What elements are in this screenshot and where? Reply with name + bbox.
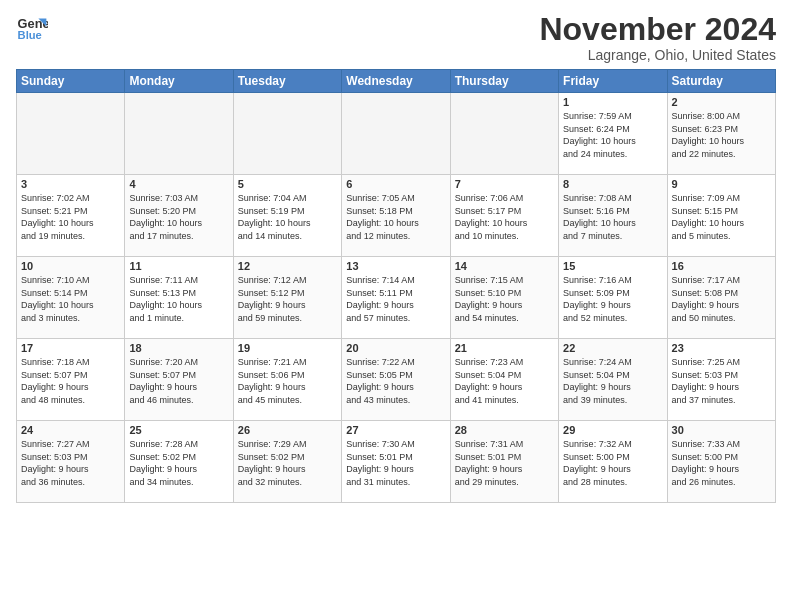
day-number-24: 24 [21, 424, 120, 436]
day-cell-2-2: 12Sunrise: 7:12 AM Sunset: 5:12 PM Dayli… [233, 257, 341, 339]
day-number-23: 23 [672, 342, 771, 354]
day-number-9: 9 [672, 178, 771, 190]
day-info-28: Sunrise: 7:31 AM Sunset: 5:01 PM Dayligh… [455, 438, 554, 488]
location: Lagrange, Ohio, United States [539, 47, 776, 63]
day-number-2: 2 [672, 96, 771, 108]
day-cell-1-6: 9Sunrise: 7:09 AM Sunset: 5:15 PM Daylig… [667, 175, 775, 257]
logo: General Blue [16, 12, 48, 44]
day-info-21: Sunrise: 7:23 AM Sunset: 5:04 PM Dayligh… [455, 356, 554, 406]
day-number-7: 7 [455, 178, 554, 190]
day-number-22: 22 [563, 342, 662, 354]
day-number-25: 25 [129, 424, 228, 436]
logo-icon: General Blue [16, 12, 48, 44]
day-info-14: Sunrise: 7:15 AM Sunset: 5:10 PM Dayligh… [455, 274, 554, 324]
day-cell-2-3: 13Sunrise: 7:14 AM Sunset: 5:11 PM Dayli… [342, 257, 450, 339]
day-number-26: 26 [238, 424, 337, 436]
header-monday: Monday [125, 70, 233, 93]
day-info-17: Sunrise: 7:18 AM Sunset: 5:07 PM Dayligh… [21, 356, 120, 406]
day-info-18: Sunrise: 7:20 AM Sunset: 5:07 PM Dayligh… [129, 356, 228, 406]
day-number-20: 20 [346, 342, 445, 354]
header-wednesday: Wednesday [342, 70, 450, 93]
day-info-29: Sunrise: 7:32 AM Sunset: 5:00 PM Dayligh… [563, 438, 662, 488]
day-cell-2-1: 11Sunrise: 7:11 AM Sunset: 5:13 PM Dayli… [125, 257, 233, 339]
day-info-9: Sunrise: 7:09 AM Sunset: 5:15 PM Dayligh… [672, 192, 771, 242]
header-saturday: Saturday [667, 70, 775, 93]
day-cell-3-1: 18Sunrise: 7:20 AM Sunset: 5:07 PM Dayli… [125, 339, 233, 421]
day-info-3: Sunrise: 7:02 AM Sunset: 5:21 PM Dayligh… [21, 192, 120, 242]
day-cell-3-0: 17Sunrise: 7:18 AM Sunset: 5:07 PM Dayli… [17, 339, 125, 421]
header-friday: Friday [559, 70, 667, 93]
day-number-12: 12 [238, 260, 337, 272]
day-info-20: Sunrise: 7:22 AM Sunset: 5:05 PM Dayligh… [346, 356, 445, 406]
week-row-5: 24Sunrise: 7:27 AM Sunset: 5:03 PM Dayli… [17, 421, 776, 503]
day-info-6: Sunrise: 7:05 AM Sunset: 5:18 PM Dayligh… [346, 192, 445, 242]
day-cell-0-0 [17, 93, 125, 175]
day-cell-4-4: 28Sunrise: 7:31 AM Sunset: 5:01 PM Dayli… [450, 421, 558, 503]
title-block: November 2024 Lagrange, Ohio, United Sta… [539, 12, 776, 63]
day-info-10: Sunrise: 7:10 AM Sunset: 5:14 PM Dayligh… [21, 274, 120, 324]
day-number-8: 8 [563, 178, 662, 190]
day-info-1: Sunrise: 7:59 AM Sunset: 6:24 PM Dayligh… [563, 110, 662, 160]
day-number-6: 6 [346, 178, 445, 190]
day-number-29: 29 [563, 424, 662, 436]
day-info-24: Sunrise: 7:27 AM Sunset: 5:03 PM Dayligh… [21, 438, 120, 488]
header-sunday: Sunday [17, 70, 125, 93]
day-info-15: Sunrise: 7:16 AM Sunset: 5:09 PM Dayligh… [563, 274, 662, 324]
day-number-11: 11 [129, 260, 228, 272]
week-row-1: 1Sunrise: 7:59 AM Sunset: 6:24 PM Daylig… [17, 93, 776, 175]
day-cell-3-4: 21Sunrise: 7:23 AM Sunset: 5:04 PM Dayli… [450, 339, 558, 421]
header-tuesday: Tuesday [233, 70, 341, 93]
day-number-15: 15 [563, 260, 662, 272]
day-number-14: 14 [455, 260, 554, 272]
day-info-26: Sunrise: 7:29 AM Sunset: 5:02 PM Dayligh… [238, 438, 337, 488]
day-cell-1-2: 5Sunrise: 7:04 AM Sunset: 5:19 PM Daylig… [233, 175, 341, 257]
day-number-4: 4 [129, 178, 228, 190]
day-info-7: Sunrise: 7:06 AM Sunset: 5:17 PM Dayligh… [455, 192, 554, 242]
day-number-28: 28 [455, 424, 554, 436]
day-cell-4-1: 25Sunrise: 7:28 AM Sunset: 5:02 PM Dayli… [125, 421, 233, 503]
day-cell-2-5: 15Sunrise: 7:16 AM Sunset: 5:09 PM Dayli… [559, 257, 667, 339]
day-number-18: 18 [129, 342, 228, 354]
day-info-8: Sunrise: 7:08 AM Sunset: 5:16 PM Dayligh… [563, 192, 662, 242]
day-cell-3-2: 19Sunrise: 7:21 AM Sunset: 5:06 PM Dayli… [233, 339, 341, 421]
header-thursday: Thursday [450, 70, 558, 93]
calendar-page: General Blue November 2024 Lagrange, Ohi… [0, 0, 792, 612]
day-info-23: Sunrise: 7:25 AM Sunset: 5:03 PM Dayligh… [672, 356, 771, 406]
day-info-13: Sunrise: 7:14 AM Sunset: 5:11 PM Dayligh… [346, 274, 445, 324]
calendar-table: Sunday Monday Tuesday Wednesday Thursday… [16, 69, 776, 503]
day-cell-2-0: 10Sunrise: 7:10 AM Sunset: 5:14 PM Dayli… [17, 257, 125, 339]
day-cell-0-6: 2Sunrise: 8:00 AM Sunset: 6:23 PM Daylig… [667, 93, 775, 175]
day-info-27: Sunrise: 7:30 AM Sunset: 5:01 PM Dayligh… [346, 438, 445, 488]
day-number-10: 10 [21, 260, 120, 272]
day-info-30: Sunrise: 7:33 AM Sunset: 5:00 PM Dayligh… [672, 438, 771, 488]
day-number-13: 13 [346, 260, 445, 272]
week-row-3: 10Sunrise: 7:10 AM Sunset: 5:14 PM Dayli… [17, 257, 776, 339]
day-number-27: 27 [346, 424, 445, 436]
days-header-row: Sunday Monday Tuesday Wednesday Thursday… [17, 70, 776, 93]
day-info-5: Sunrise: 7:04 AM Sunset: 5:19 PM Dayligh… [238, 192, 337, 242]
week-row-4: 17Sunrise: 7:18 AM Sunset: 5:07 PM Dayli… [17, 339, 776, 421]
week-row-2: 3Sunrise: 7:02 AM Sunset: 5:21 PM Daylig… [17, 175, 776, 257]
day-cell-4-0: 24Sunrise: 7:27 AM Sunset: 5:03 PM Dayli… [17, 421, 125, 503]
day-cell-0-4 [450, 93, 558, 175]
day-cell-3-5: 22Sunrise: 7:24 AM Sunset: 5:04 PM Dayli… [559, 339, 667, 421]
day-cell-1-5: 8Sunrise: 7:08 AM Sunset: 5:16 PM Daylig… [559, 175, 667, 257]
day-info-4: Sunrise: 7:03 AM Sunset: 5:20 PM Dayligh… [129, 192, 228, 242]
day-info-22: Sunrise: 7:24 AM Sunset: 5:04 PM Dayligh… [563, 356, 662, 406]
day-cell-0-3 [342, 93, 450, 175]
day-number-19: 19 [238, 342, 337, 354]
day-number-3: 3 [21, 178, 120, 190]
day-cell-1-1: 4Sunrise: 7:03 AM Sunset: 5:20 PM Daylig… [125, 175, 233, 257]
day-cell-4-3: 27Sunrise: 7:30 AM Sunset: 5:01 PM Dayli… [342, 421, 450, 503]
day-cell-0-2 [233, 93, 341, 175]
day-cell-0-5: 1Sunrise: 7:59 AM Sunset: 6:24 PM Daylig… [559, 93, 667, 175]
day-cell-4-2: 26Sunrise: 7:29 AM Sunset: 5:02 PM Dayli… [233, 421, 341, 503]
day-number-30: 30 [672, 424, 771, 436]
day-number-17: 17 [21, 342, 120, 354]
day-cell-3-3: 20Sunrise: 7:22 AM Sunset: 5:05 PM Dayli… [342, 339, 450, 421]
day-info-12: Sunrise: 7:12 AM Sunset: 5:12 PM Dayligh… [238, 274, 337, 324]
day-number-5: 5 [238, 178, 337, 190]
month-title: November 2024 [539, 12, 776, 47]
day-cell-1-3: 6Sunrise: 7:05 AM Sunset: 5:18 PM Daylig… [342, 175, 450, 257]
day-cell-1-4: 7Sunrise: 7:06 AM Sunset: 5:17 PM Daylig… [450, 175, 558, 257]
